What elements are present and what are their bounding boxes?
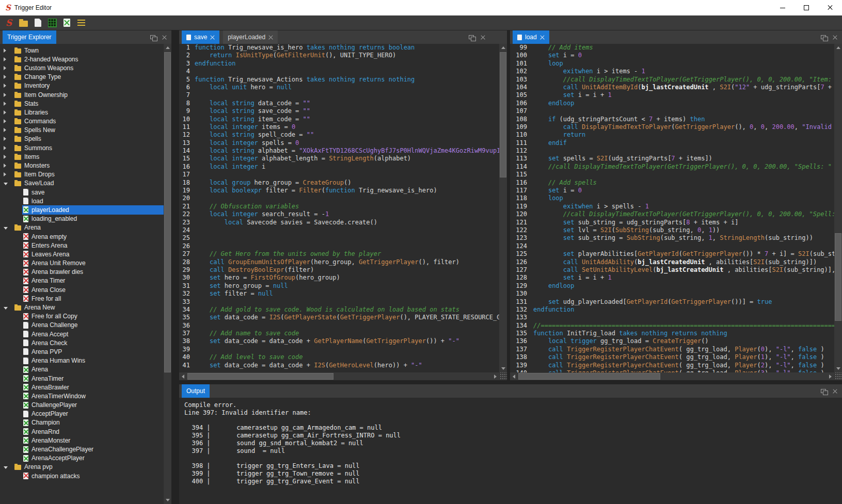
expand-arrow-icon[interactable] xyxy=(4,84,6,88)
tree-item-item-drops[interactable]: Item Drops xyxy=(0,170,164,179)
tree-item-item-ownership[interactable]: Item Ownership xyxy=(0,90,164,99)
horizontal-scrollbar[interactable] xyxy=(510,372,834,380)
tree-item-arena-new[interactable]: Arena New xyxy=(0,303,164,312)
tree-item-arena-timer[interactable]: Arena Timer xyxy=(0,277,164,285)
expand-arrow-icon[interactable] xyxy=(4,155,6,159)
vertical-scrollbar[interactable] xyxy=(834,44,842,372)
tree-item-inventory[interactable]: Inventory xyxy=(0,82,164,90)
trigger-explorer-tab[interactable]: Trigger Explorer xyxy=(3,30,56,44)
close-panel-icon[interactable] xyxy=(162,35,167,40)
scroll-up-button[interactable] xyxy=(164,44,171,52)
resize-grip[interactable] xyxy=(499,372,507,380)
tree-item-arenatimerwindow[interactable]: ArenaTimerWindow xyxy=(0,392,164,400)
scroll-thumb[interactable] xyxy=(187,373,333,380)
tree-item-arenabrawler[interactable]: ArenaBrawler xyxy=(0,383,164,392)
maximize-button[interactable] xyxy=(795,0,818,15)
expand-arrow-icon[interactable] xyxy=(4,93,6,97)
tree-item-arena[interactable]: Arena xyxy=(0,223,164,232)
tree-item-arena-brawler-dies[interactable]: Arena brawler dies xyxy=(0,268,164,277)
scroll-thumb[interactable] xyxy=(164,52,171,372)
scroll-track[interactable] xyxy=(187,372,491,380)
expand-arrow-icon[interactable] xyxy=(4,110,6,115)
scroll-left-button[interactable] xyxy=(510,372,518,380)
trigger-list-button[interactable] xyxy=(74,17,88,29)
tree-item-arena-pvp[interactable]: Arena pvp xyxy=(0,463,164,472)
tree-item-arena[interactable]: Arena xyxy=(0,365,164,374)
code-area[interactable]: 99 // Add items100 set i = 0101 loop102 … xyxy=(510,44,834,372)
expand-arrow-icon[interactable] xyxy=(4,164,6,168)
tree-item-save-load[interactable]: Save/Load xyxy=(0,179,164,188)
tree-item-champion-attacks[interactable]: champion attacks xyxy=(0,472,164,480)
output-log[interactable]: Compile error.Line 397: Invalid identifi… xyxy=(179,398,842,504)
expand-arrow-icon[interactable] xyxy=(4,119,6,123)
variable-grid-button[interactable] xyxy=(45,17,59,29)
tree-item-arena-empty[interactable]: Arena empty xyxy=(0,232,164,241)
minimize-button[interactable] xyxy=(771,0,795,15)
tree-item-arena-human-wins[interactable]: Arena Human Wins xyxy=(0,356,164,365)
undock-panel-icon[interactable] xyxy=(821,35,826,39)
expand-arrow-icon[interactable] xyxy=(4,128,6,132)
scroll-up-button[interactable] xyxy=(499,44,507,52)
tree-item-custom-weapons[interactable]: Custom Weapons xyxy=(0,63,164,72)
scroll-down-button[interactable] xyxy=(499,365,507,372)
scroll-right-button[interactable] xyxy=(827,372,834,380)
tree-item-monsters[interactable]: Monsters xyxy=(0,161,164,170)
tree-item-arenachallengeplayer[interactable]: ArenaChallengePlayer xyxy=(0,445,164,453)
scroll-track[interactable] xyxy=(164,52,171,496)
tab-playerLoaded[interactable]: playerLoaded xyxy=(223,30,278,44)
tree-item-libraries[interactable]: Libraries xyxy=(0,108,164,117)
tree-item-save[interactable]: save xyxy=(0,188,164,197)
expand-arrow-icon[interactable] xyxy=(4,75,6,79)
tree-item-commands[interactable]: Commands xyxy=(0,117,164,126)
tree-item-arena-check[interactable]: Arena Check xyxy=(0,338,164,347)
expand-arrow-icon[interactable] xyxy=(4,48,6,53)
close-panel-icon[interactable] xyxy=(833,389,837,394)
scroll-track[interactable] xyxy=(834,52,842,365)
tree-item-arena-accept[interactable]: Arena Accept xyxy=(0,330,164,338)
resize-grip[interactable] xyxy=(834,372,842,380)
expand-arrow-icon[interactable] xyxy=(4,66,6,70)
collapse-arrow-icon[interactable] xyxy=(4,307,8,310)
horizontal-scrollbar[interactable] xyxy=(179,372,499,380)
convert-script-button[interactable] xyxy=(60,17,73,29)
tree-item-arena-unit-remove[interactable]: Arena Unit Remove xyxy=(0,259,164,268)
expand-arrow-icon[interactable] xyxy=(4,102,6,106)
tree-item-champion[interactable]: Champion xyxy=(0,418,164,427)
open-folder-button[interactable] xyxy=(17,17,30,29)
scroll-track[interactable] xyxy=(518,372,827,380)
tree-item-summons[interactable]: Summons xyxy=(0,143,164,152)
undock-panel-icon[interactable] xyxy=(821,389,826,393)
expand-arrow-icon[interactable] xyxy=(4,57,6,61)
scroll-down-button[interactable] xyxy=(834,365,842,372)
tree-item-arena-challenge[interactable]: Arena Challenge xyxy=(0,321,164,330)
scroll-thumb[interactable] xyxy=(500,52,506,177)
tree-item-2-handed-weapons[interactable]: 2-handed Weapons xyxy=(0,55,164,63)
undock-panel-icon[interactable] xyxy=(150,35,155,39)
scroll-left-button[interactable] xyxy=(179,372,187,380)
tree-item-challengeplayer[interactable]: ChallengePlayer xyxy=(0,401,164,410)
expand-arrow-icon[interactable] xyxy=(4,137,6,141)
close-panel-icon[interactable] xyxy=(481,35,485,40)
undock-panel-icon[interactable] xyxy=(469,35,474,39)
output-tab[interactable]: Output xyxy=(182,384,210,398)
app-logo-button[interactable] xyxy=(2,17,15,29)
tree-item-arena-pvp[interactable]: Arena PVP xyxy=(0,347,164,356)
new-file-button[interactable] xyxy=(31,17,44,29)
tree-item-spells-new[interactable]: Spells New xyxy=(0,126,164,135)
code-area[interactable]: 1function Trig_newsave_is_hero takes not… xyxy=(179,44,499,372)
tab-close-icon[interactable] xyxy=(268,35,273,40)
scroll-thumb[interactable] xyxy=(835,233,841,321)
collapse-arrow-icon[interactable] xyxy=(4,227,8,230)
scroll-down-button[interactable] xyxy=(164,496,171,504)
tree-item-arenarnd[interactable]: ArenaRnd xyxy=(0,427,164,436)
collapse-arrow-icon[interactable] xyxy=(4,183,8,185)
tree-scrollbar[interactable] xyxy=(164,44,171,504)
close-button[interactable] xyxy=(818,0,842,15)
tab-save[interactable]: save xyxy=(182,30,219,44)
tree-item-loading-enabled[interactable]: loading_enabled xyxy=(0,215,164,223)
tree-item-spells[interactable]: Spells xyxy=(0,135,164,143)
tree-item-acceptplayer[interactable]: AcceptPlayer xyxy=(0,410,164,418)
tree-item-enters-arena[interactable]: Enters Arena xyxy=(0,241,164,250)
close-panel-icon[interactable] xyxy=(833,35,837,40)
tab-close-icon[interactable] xyxy=(540,35,545,40)
